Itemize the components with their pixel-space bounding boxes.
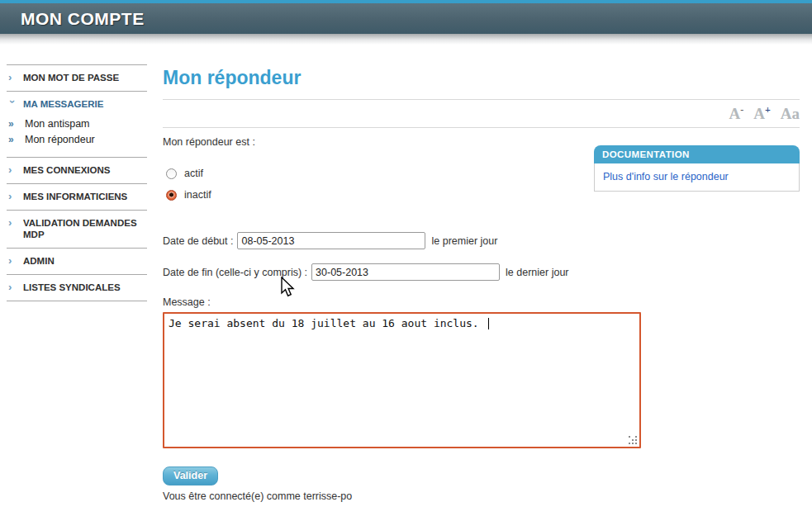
valider-button[interactable]: Valider — [163, 467, 218, 485]
message-label: Message : — [163, 296, 800, 308]
sidebar-item-label: MA MESSAGERIE — [23, 98, 103, 110]
radio-actif[interactable] — [166, 168, 177, 179]
logged-in-status: Vous être connecté(e) comme terrisse-po — [163, 490, 800, 502]
sidebar-item-label: LISTES SYNDICALES — [23, 282, 121, 293]
font-smaller-button[interactable]: A- — [729, 104, 743, 123]
sidebar-subitem-mon-repondeur[interactable]: » Mon répondeur — [7, 134, 147, 146]
app-header: MON COMPTE — [0, 3, 812, 34]
chevron-right-icon: › — [7, 72, 23, 83]
documentation-body: Plus d'info sur le répondeur — [594, 163, 800, 192]
documentation-box: DOCUMENTATION Plus d'info sur le réponde… — [594, 145, 800, 192]
chevron-right-icon: › — [7, 282, 23, 292]
sidebar-item-label: ADMIN — [23, 255, 55, 267]
date-end-row: Date de fin (celle-ci y compris) : le de… — [163, 263, 800, 281]
sidebar-subitem-label: Mon antispam — [25, 118, 90, 130]
sidebar-item-validation-demandes-mdp[interactable]: › VALIDATION DEMANDES MDP — [7, 210, 147, 248]
double-chevron-icon: » — [7, 134, 25, 146]
sidebar-item-mes-connexions[interactable]: › MES CONNEXIONS — [7, 157, 147, 183]
sidebar-divider — [7, 301, 147, 301]
page-title: Mon répondeur — [163, 67, 800, 89]
sidebar-item-label: MON MOT DE PASSE — [23, 72, 119, 83]
header-shadow — [0, 34, 812, 45]
app-title: MON COMPTE — [0, 9, 145, 29]
radio-inactif[interactable] — [166, 190, 177, 201]
chevron-right-icon: › — [7, 255, 23, 266]
sidebar-nav: › MON MOT DE PASSE › MA MESSAGERIE » Mon… — [7, 64, 147, 301]
sidebar-item-admin[interactable]: › ADMIN — [7, 248, 147, 274]
page: MON COMPTE › MON MOT DE PASSE › MA MESSA… — [0, 0, 812, 521]
resize-handle[interactable] — [629, 436, 638, 445]
sidebar-submenu: » Mon antispam » Mon répondeur — [7, 118, 147, 146]
sidebar-item-label: MES INFORMATICIENS — [23, 191, 127, 202]
documentation-link[interactable]: Plus d'info sur le répondeur — [603, 171, 729, 182]
sidebar-subitem-mon-antispam[interactable]: » Mon antispam — [7, 118, 147, 130]
date-start-row: Date de début : le premier jour — [163, 232, 800, 249]
documentation-header: DOCUMENTATION — [594, 145, 800, 163]
sidebar-item-label: MES CONNEXIONS — [23, 164, 110, 176]
radio-inactif-label[interactable]: inactif — [184, 189, 211, 201]
date-start-label: Date de début : — [163, 235, 233, 247]
sidebar-item-label: VALIDATION DEMANDES MDP — [23, 217, 147, 240]
sidebar-item-listes-syndicales[interactable]: › LISTES SYNDICALES — [7, 274, 147, 301]
responder-form: Mon répondeur est : actif inactif DOCUME… — [163, 136, 800, 502]
message-text: Je serai absent du 18 juillet au 16 aout… — [169, 317, 486, 329]
chevron-down-icon: › — [7, 98, 18, 115]
sidebar-item-mes-informaticiens[interactable]: › MES INFORMATICIENS — [7, 183, 147, 210]
text-caret — [488, 318, 489, 329]
date-end-label: Date de fin (celle-ci y compris) : — [163, 267, 307, 278]
message-textarea[interactable]: Je serai absent du 18 juillet au 16 aout… — [163, 312, 641, 448]
radio-actif-label[interactable]: actif — [184, 168, 203, 179]
main-content: Mon répondeur A- A+ Aa Mon répondeur est… — [163, 64, 800, 502]
date-end-suffix: le dernier jour — [506, 267, 568, 278]
font-larger-button[interactable]: A+ — [753, 104, 771, 123]
chevron-right-icon: › — [7, 164, 23, 175]
sidebar-item-ma-messagerie[interactable]: › MA MESSAGERIE » Mon antispam » Mon rép… — [7, 91, 147, 157]
chevron-right-icon: › — [7, 191, 23, 201]
date-start-suffix: le premier jour — [431, 235, 497, 247]
double-chevron-icon: » — [7, 118, 25, 130]
sidebar-subitem-label: Mon répondeur — [25, 134, 95, 146]
date-start-input[interactable] — [237, 232, 425, 249]
date-end-input[interactable] — [311, 263, 500, 281]
sidebar-item-mon-mot-de-passe[interactable]: › MON MOT DE PASSE — [7, 64, 147, 91]
chevron-right-icon: › — [7, 217, 23, 228]
divider — [163, 127, 800, 128]
font-reset-button[interactable]: Aa — [781, 105, 800, 123]
font-size-controls: A- A+ Aa — [163, 100, 800, 127]
